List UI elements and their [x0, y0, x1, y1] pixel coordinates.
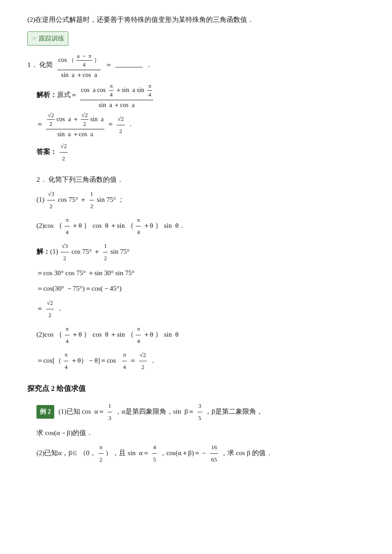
problem-2-sol-line3: ＝ √22 ．: [36, 297, 365, 321]
example-2-header: 例 2 (1)已知 cos α＝ 13 ，α是第四象限角，sin β＝ 35 ，…: [36, 400, 365, 424]
problem-1-question-prefix: 化简: [39, 62, 53, 69]
frac-a: a － π 4: [76, 52, 93, 69]
example-2-part2-text: (2)已知α，β∈: [36, 449, 77, 457]
solution-frac-1: cos a cos π4 ＋sin a sin π4 sin a ＋cos a: [80, 82, 153, 109]
problem-1-period: ．: [145, 62, 152, 69]
problem-2-question: 化简下列三角函数的值．: [48, 176, 124, 183]
solution-frac-2: √22 cos a ＋ √22 sin a sin a ＋cos a: [46, 111, 105, 138]
problem-2: 2． 化简下列三角函数的值． (1) √32 cos 75° ＋ 12 sin …: [27, 173, 365, 373]
problem-2-solution-header: 解：(1) √32 cos 75° ＋ 12 sin 75°: [36, 240, 365, 264]
section-label-container: ☞ 跟踪训练: [27, 31, 365, 52]
example-label: 例 2: [36, 405, 54, 419]
section-icon: ☞: [31, 33, 37, 44]
problem-1-solution-line2: ＝ √22 cos a ＋ √22 sin a sin a ＋cos a ＝ √…: [36, 111, 365, 138]
problem-2-header: 2． 化简下列三角函数的值．: [36, 173, 365, 186]
problem-1-solution-line1: 解析：原式＝ cos a cos π4 ＋sin a sin π4 sin a …: [36, 82, 365, 109]
section-label-text: 跟踪训练: [39, 33, 64, 44]
section-2-title: 探究点 2 给值求值: [27, 382, 365, 395]
problem-1-number: 1．: [27, 62, 38, 69]
example-2-part2: (2)已知α，β∈ （0， π2 ），且 sin α＝ 45 ，cos(α＋β)…: [36, 441, 365, 466]
problem-2-sub2-sol-line1: ＝cos[（ π4 ＋θ）－θ]＝cos π4 ＝ √22 ．: [36, 349, 365, 373]
example-2-part2-ask: ，求 cos β 的值．: [221, 449, 273, 457]
problem-2-sub1: (1) √32 cos 75° ＋ 12 sin 75° ；: [36, 188, 365, 212]
problem-1-formula: cos （ a － π 4 ） sin a ＋cos a: [57, 52, 102, 79]
problem-2-sub2: (2)cos （ π4 ＋θ ） cos θ ＋sin （ π4 ＋θ ） si…: [36, 214, 365, 238]
problem-1: 1． 化简 cos （ a － π 4 ） sin a ＋cos a ＝ ． 解…: [27, 52, 365, 164]
problem-2-sol-line2: ＝cos(30° －75°)＝cos(－45°): [36, 282, 365, 295]
problem-1-main-frac: cos （ a － π 4 ） sin a ＋cos a: [57, 52, 101, 79]
problem-1-blank: [115, 67, 143, 67]
problem-2-sol-line1: ＝cos 30° cos 75° ＋sin 30° sin 75°: [36, 266, 365, 280]
intro-paragraph: (2)在逆用公式解题时，还要善于将特殊的值变形为某特殊角的三角函数值．: [27, 14, 365, 26]
example-2-part1-text: (1)已知 cos α＝: [58, 408, 105, 415]
problem-2-sub2-sol-header: (2)cos （ π4 ＋θ ） cos θ ＋sin （ π4 ＋θ ） si…: [36, 323, 365, 347]
problem-1-equals: ＝: [105, 62, 112, 69]
problem-1-answer: 答案： √22: [36, 140, 365, 164]
example-2-part1-ask: 求 cos(α－β)的值．: [36, 426, 365, 440]
example-2: 例 2 (1)已知 cos α＝ 13 ，α是第四象限角，sin β＝ 35 ，…: [27, 400, 365, 466]
problem-2-number: 2．: [36, 176, 47, 183]
example-2-part1-cont: ，α是第四象限角，sin β＝: [115, 408, 195, 415]
example-2-part1-cont2: ，β是第二象限角，: [205, 408, 263, 415]
